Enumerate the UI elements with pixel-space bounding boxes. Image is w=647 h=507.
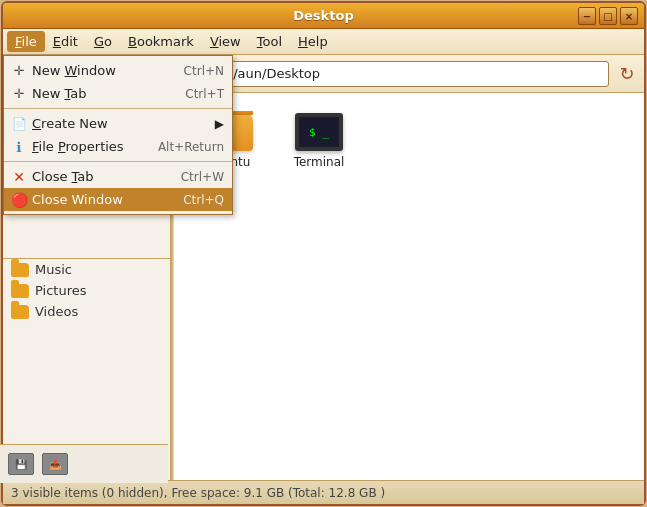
close-tab-icon: ✕ bbox=[10, 168, 28, 186]
menu-item-close-tab[interactable]: ✕ Close Tab Ctrl+W bbox=[4, 165, 232, 188]
file-dropdown-menu: ✛ New Window Ctrl+N ✛ New Tab Ctrl+T 📄 C… bbox=[3, 55, 233, 215]
menu-help-label: Help bbox=[298, 34, 328, 49]
close-tab-label: Close Tab bbox=[32, 169, 94, 184]
new-window-label: New Window bbox=[32, 63, 116, 78]
drive-icon[interactable]: 💾 bbox=[8, 453, 34, 475]
menu-item-file-properties[interactable]: ℹ File Properties Alt+Return bbox=[4, 135, 232, 158]
pictures-folder-icon bbox=[11, 284, 29, 298]
menubar: File Edit Go Bookmark View Tool Help ✛ N… bbox=[3, 29, 644, 55]
new-window-shortcut: Ctrl+N bbox=[164, 64, 224, 78]
main-window: Desktop − □ × File Edit Go Bookmark View… bbox=[1, 1, 646, 506]
menu-separator-2 bbox=[4, 161, 232, 162]
create-new-icon: 📄 bbox=[10, 115, 28, 133]
menu-go-label: Go bbox=[94, 34, 112, 49]
menu-help[interactable]: Help bbox=[290, 31, 336, 52]
statusbar: 3 visible items (0 hidden), Free space: … bbox=[3, 480, 644, 504]
menu-item-create-new[interactable]: 📄 Create New ▶ bbox=[4, 112, 232, 135]
file-terminal[interactable]: $ _ Terminal bbox=[284, 113, 354, 169]
close-tab-shortcut: Ctrl+W bbox=[161, 170, 224, 184]
sidebar-bottom-icons: 💾 📤 bbox=[3, 444, 168, 480]
file-properties-icon: ℹ bbox=[10, 138, 28, 156]
file-area: ubuntu $ _ Terminal bbox=[174, 93, 644, 480]
sidebar-music-label: Music bbox=[35, 262, 72, 277]
menu-file-label: File bbox=[15, 34, 37, 49]
menu-item-new-window[interactable]: ✛ New Window Ctrl+N bbox=[4, 59, 232, 82]
menu-view[interactable]: View bbox=[202, 31, 249, 52]
new-window-icon: ✛ bbox=[10, 62, 28, 80]
eject-icon[interactable]: 📤 bbox=[42, 453, 68, 475]
menu-file[interactable]: File bbox=[7, 31, 45, 52]
menu-bookmark-label: Bookmark bbox=[128, 34, 194, 49]
menu-separator-1 bbox=[4, 108, 232, 109]
window-title: Desktop bbox=[293, 8, 353, 23]
menu-tool-label: Tool bbox=[257, 34, 282, 49]
address-reload-button[interactable]: ↻ bbox=[614, 61, 640, 87]
close-window-label: Close Window bbox=[32, 192, 123, 207]
new-tab-icon: ✛ bbox=[10, 85, 28, 103]
close-button[interactable]: × bbox=[620, 7, 638, 25]
file-properties-label: File Properties bbox=[32, 139, 124, 154]
music-folder-icon bbox=[11, 263, 29, 277]
sidebar-item-videos[interactable]: Videos bbox=[3, 301, 170, 322]
file-properties-shortcut: Alt+Return bbox=[138, 140, 224, 154]
sidebar-item-pictures[interactable]: Pictures bbox=[3, 280, 170, 301]
menu-tool[interactable]: Tool bbox=[249, 31, 290, 52]
statusbar-text: 3 visible items (0 hidden), Free space: … bbox=[11, 486, 385, 500]
menu-edit[interactable]: Edit bbox=[45, 31, 86, 52]
menu-view-label: View bbox=[210, 34, 241, 49]
close-window-icon: 🔴 bbox=[10, 191, 28, 209]
titlebar-buttons: − □ × bbox=[578, 7, 638, 25]
videos-folder-icon bbox=[11, 305, 29, 319]
new-tab-shortcut: Ctrl+T bbox=[165, 87, 224, 101]
terminal-label: Terminal bbox=[294, 155, 345, 169]
new-tab-label: New Tab bbox=[32, 86, 87, 101]
menu-item-close-window[interactable]: 🔴 Close Window Ctrl+Q bbox=[4, 188, 232, 211]
address-bar[interactable]: /home/aun/Desktop bbox=[185, 61, 609, 87]
menu-bookmark[interactable]: Bookmark bbox=[120, 31, 202, 52]
sidebar-item-music[interactable]: Music bbox=[3, 259, 170, 280]
terminal-screen: $ _ bbox=[299, 117, 339, 147]
close-window-shortcut: Ctrl+Q bbox=[163, 193, 224, 207]
titlebar: Desktop − □ × bbox=[3, 3, 644, 29]
sidebar-videos-label: Videos bbox=[35, 304, 78, 319]
submenu-arrow-icon: ▶ bbox=[195, 117, 224, 131]
minimize-button[interactable]: − bbox=[578, 7, 596, 25]
sidebar-pictures-label: Pictures bbox=[35, 283, 86, 298]
menu-edit-label: Edit bbox=[53, 34, 78, 49]
maximize-button[interactable]: □ bbox=[599, 7, 617, 25]
create-new-label: Create New bbox=[32, 116, 108, 131]
menu-go[interactable]: Go bbox=[86, 31, 120, 52]
terminal-icon: $ _ bbox=[295, 113, 343, 151]
menu-item-new-tab[interactable]: ✛ New Tab Ctrl+T bbox=[4, 82, 232, 105]
